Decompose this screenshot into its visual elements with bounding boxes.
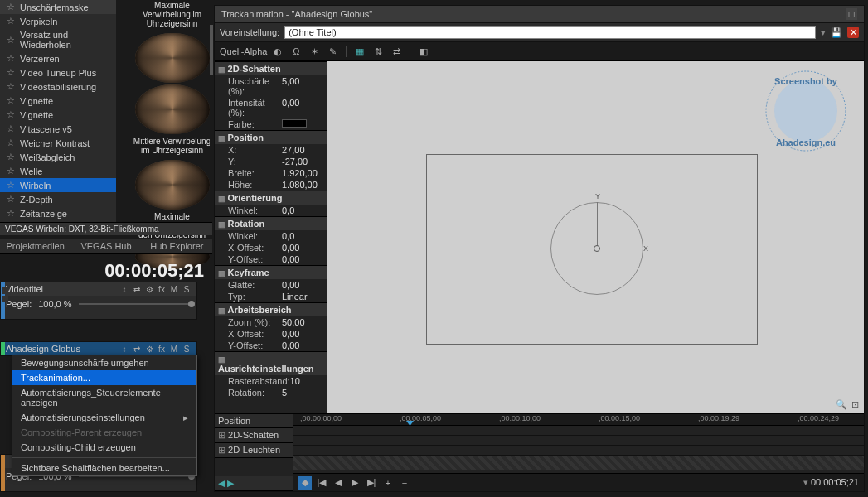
property-row[interactable]: Breite:1.920,00 [215, 167, 327, 179]
track-button[interactable]: fx [157, 284, 167, 294]
prop-value[interactable]: 0,0 [282, 231, 323, 241]
source-alpha-label[interactable]: Quell-Alpha [220, 46, 267, 56]
timeline-lane-label[interactable]: ⊞ 2D-Schatten [215, 428, 293, 443]
menu-item[interactable]: Bewegungsunschärfe umgehen [12, 355, 196, 370]
effect-item[interactable]: ☆Wirbeln [0, 178, 116, 192]
last-keyframe-button[interactable]: ▶| [365, 476, 378, 490]
delete-keyframe-button[interactable]: − [398, 476, 411, 490]
delete-preset-button[interactable]: ✕ [847, 27, 859, 38]
favorite-icon[interactable]: ☆ [7, 208, 15, 219]
keyframe-timeline[interactable] [293, 426, 864, 473]
property-section[interactable]: 2D-Schatten [215, 61, 327, 75]
preset-input[interactable] [284, 26, 816, 39]
tool-grid-icon[interactable]: ✶ [307, 45, 322, 58]
preset-thumb[interactable] [135, 33, 210, 83]
prop-value[interactable]: 5,00 [282, 76, 323, 96]
sync-cursor-button[interactable]: ◆ [298, 476, 312, 490]
prop-value[interactable]: 1.920,00 [282, 168, 323, 178]
property-row[interactable]: Typ:Linear [215, 291, 327, 302]
menu-item[interactable]: Automatisierungseinstellungen [12, 410, 196, 425]
track-button[interactable]: S [182, 284, 192, 294]
prop-value[interactable]: 5 [282, 388, 323, 398]
timeline-ruler[interactable]: ,00:00:00;00,00:00:05;00,00:00:10;00,00:… [293, 414, 864, 426]
tool-alpha-icon[interactable]: ◐ [270, 45, 285, 58]
property-row[interactable]: Rasterabstand:10 [215, 375, 327, 387]
track-button[interactable]: ⚙ [144, 284, 154, 294]
effect-item[interactable]: ☆Zeitanzeige [0, 206, 116, 220]
effect-item[interactable]: ☆Weißabgleich [0, 150, 116, 164]
favorite-icon[interactable]: ☆ [7, 152, 15, 162]
prop-value[interactable]: 50,00 [282, 317, 323, 327]
track-button[interactable]: ⇄ [132, 284, 142, 294]
favorite-icon[interactable]: ☆ [7, 138, 15, 148]
effect-item[interactable]: ☆Vignette [0, 94, 116, 108]
prop-value[interactable]: 0,00 [282, 329, 323, 339]
property-row[interactable]: Zoom (%):50,00 [215, 316, 327, 328]
favorite-icon[interactable]: ☆ [7, 123, 15, 134]
prop-value[interactable]: 10 [290, 376, 323, 386]
prop-value[interactable]: Linear [282, 292, 323, 302]
property-row[interactable]: Y:-27,00 [215, 156, 327, 167]
menu-item[interactable]: Compositing-Child erzeugen [12, 440, 196, 455]
property-row[interactable]: Höhe:1.080,00 [215, 179, 327, 191]
favorite-icon[interactable]: ☆ [7, 81, 15, 92]
lane-toggle[interactable]: ◀ ▶ [215, 476, 293, 491]
property-row[interactable]: X-Offset:0,00 [215, 242, 327, 253]
tool-flip-v-icon[interactable]: ⇅ [371, 45, 386, 58]
panel-tab[interactable]: Projektmedien [0, 239, 70, 254]
effect-item[interactable]: ☆Weicher Kontrast [0, 136, 116, 150]
prop-value[interactable]: 0,00 [282, 243, 323, 253]
property-section[interactable]: Rotation [215, 216, 327, 230]
panel-tab[interactable]: Hub Explorer [142, 239, 212, 254]
preset-thumb[interactable] [135, 160, 210, 210]
property-row[interactable]: Intensität (%):0,00 [215, 97, 327, 118]
effect-item[interactable]: ☆Versatz und Wiederholen [0, 28, 116, 51]
thumbs-scrollbar[interactable] [210, 0, 213, 222]
playhead[interactable] [410, 426, 410, 473]
property-row[interactable]: Winkel:0,0 [215, 205, 327, 216]
prop-value[interactable]: 0,00 [282, 280, 323, 290]
timeline-lane-label[interactable]: Position [215, 414, 293, 428]
prop-value[interactable]: 0,0 [282, 205, 323, 215]
effect-item[interactable]: ☆Vitascene v5 [0, 122, 116, 136]
property-section[interactable]: Orientierung [215, 191, 327, 205]
menu-item[interactable]: Sichtbare Schaltflächen bearbeiten... [12, 461, 196, 475]
prev-keyframe-button[interactable]: ◀ [332, 476, 345, 490]
preset-thumb[interactable] [135, 84, 210, 134]
menu-item[interactable]: Trackanimation... [12, 370, 196, 385]
track-1[interactable]: Videotitel ↕⇄⚙fxMS Pegel: 100,0 % [0, 282, 197, 320]
zoom-fit-icon[interactable]: ⊡ [849, 398, 861, 410]
track-button[interactable]: fx [157, 344, 167, 354]
timeline-lane-label[interactable]: ⊞ 2D-Leuchten [215, 443, 293, 458]
origin-icon[interactable] [594, 245, 600, 252]
favorite-icon[interactable]: ☆ [7, 35, 15, 46]
favorite-icon[interactable]: ☆ [7, 16, 15, 27]
effect-item[interactable]: ☆Videostabilisierung [0, 80, 116, 94]
favorite-icon[interactable]: ☆ [7, 95, 15, 106]
tool-magnet-icon[interactable]: Ω [289, 45, 303, 58]
favorite-icon[interactable]: ☆ [7, 2, 15, 12]
property-section[interactable]: Keyframe [215, 265, 327, 279]
property-row[interactable]: Farbe: [215, 118, 327, 130]
first-keyframe-button[interactable]: |◀ [315, 476, 328, 490]
prop-value[interactable]: -27,00 [282, 157, 323, 166]
color-swatch[interactable] [282, 119, 307, 128]
property-row[interactable]: Winkel:0,0 [215, 230, 327, 242]
track-button[interactable]: ↕ [119, 284, 129, 294]
effect-item[interactable]: ☆Video Tuneup Plus [0, 65, 116, 80]
favorite-icon[interactable]: ☆ [7, 53, 15, 64]
add-keyframe-button[interactable]: + [381, 476, 395, 490]
menu-item[interactable]: Automatisierungs_Steuerelemente anzeigen [12, 385, 196, 410]
prop-value[interactable]: 0,00 [282, 340, 323, 350]
effect-item[interactable]: ☆Z-Depth [0, 192, 116, 206]
property-row[interactable]: Glätte:0,00 [215, 279, 327, 291]
track-button[interactable]: M [169, 344, 179, 354]
panel-tab[interactable]: VEGAS Hub [70, 239, 141, 254]
track-button[interactable]: ⚙ [144, 344, 154, 354]
property-row[interactable]: Unschärfe (%):5,00 [215, 75, 327, 97]
save-preset-button[interactable]: 💾 [831, 27, 842, 38]
favorite-icon[interactable]: ☆ [7, 180, 15, 191]
property-section[interactable]: Arbeitsbereich [215, 302, 327, 316]
dialog-maximize-button[interactable]: □ [846, 8, 857, 20]
favorite-icon[interactable]: ☆ [7, 109, 15, 120]
